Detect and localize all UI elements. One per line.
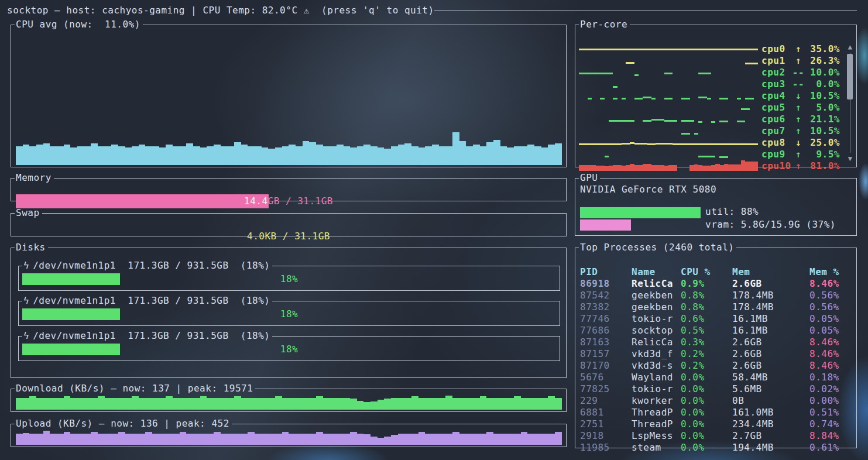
- col-header-mem-pct: Mem %: [809, 266, 853, 278]
- core-label: cpu4↓10.5%: [761, 90, 840, 102]
- scroll-down-icon[interactable]: ▼: [846, 155, 855, 162]
- histogram-bar: [227, 434, 234, 445]
- core-sparkline: [579, 102, 758, 113]
- process-row[interactable]: 77825tokio-r0.0%5.6MB0.02%: [580, 383, 853, 395]
- process-name: Wayland: [632, 372, 681, 383]
- scrollbar-thumb[interactable]: [847, 54, 853, 99]
- histogram-bar: [125, 434, 132, 445]
- core-value: 35.0%: [805, 43, 840, 55]
- process-row[interactable]: 2751ThreadP0.0%234.4MB0.74%: [580, 418, 853, 430]
- histogram-bar: [296, 398, 303, 410]
- core-value: 21.1%: [805, 114, 840, 125]
- histogram-bar: [548, 434, 555, 445]
- process-name: steam: [632, 442, 681, 454]
- histogram-bar: [316, 145, 323, 165]
- process-pid: 5676: [580, 372, 632, 383]
- lightning-icon: ϟ: [23, 260, 33, 271]
- process-pid: 2918: [580, 430, 632, 442]
- spark-point: [741, 121, 745, 122]
- histogram-bar: [262, 147, 269, 165]
- core-label: cpu5↑5.0%: [761, 102, 840, 114]
- scroll-up-icon[interactable]: ▲: [846, 43, 855, 50]
- histogram-bar: [363, 434, 370, 445]
- process-mem-pct: 0.56%: [809, 290, 853, 301]
- process-mem: 234.4MB: [732, 418, 809, 430]
- histogram-bar: [432, 398, 439, 410]
- gpu-util-label: util: 88%: [705, 206, 759, 218]
- process-cpu-pct: 0.0%: [681, 395, 732, 407]
- process-row[interactable]: 229kworker0.0%0B0.00%: [580, 395, 853, 407]
- disk-item-label: /dev/nvme1n1p1 171.3GB / 931.5GB (18%): [33, 260, 270, 271]
- histogram-bar: [166, 145, 173, 165]
- histogram-bar: [323, 398, 330, 410]
- process-name: tokio-r: [632, 313, 681, 325]
- spark-point: [754, 49, 758, 50]
- process-cpu-pct: 0.0%: [681, 418, 732, 430]
- spark-point: [622, 98, 626, 99]
- process-row[interactable]: 5676Wayland0.0%58.4MB0.18%: [580, 372, 853, 383]
- histogram-bar: [227, 146, 234, 165]
- process-name: geekben: [632, 301, 681, 313]
- top-processes-title: Top Processes (2460 total): [579, 242, 736, 253]
- histogram-bar: [500, 434, 507, 445]
- disk-usage-pct: 18%: [18, 308, 560, 320]
- process-row[interactable]: 87382geekben0.8%178.4MB0.56%: [580, 301, 853, 313]
- histogram-bar: [111, 145, 118, 165]
- histogram-bar: [425, 434, 432, 445]
- histogram-bar: [527, 434, 534, 445]
- histogram-bar: [527, 398, 534, 410]
- process-row[interactable]: 11985steam0.0%194.4MB0.61%: [580, 442, 853, 454]
- core-value: 26.3%: [805, 55, 840, 67]
- histogram-bar: [555, 398, 562, 410]
- histogram-bar: [466, 434, 473, 445]
- histogram-bar: [91, 143, 98, 165]
- histogram-bar: [16, 398, 23, 410]
- per-core-scrollbar[interactable]: ▲ ▼: [846, 43, 855, 162]
- process-mem: 178.4MB: [732, 301, 809, 313]
- process-row[interactable]: 77746tokio-r0.6%16.1MB0.05%: [580, 313, 853, 325]
- process-row[interactable]: 87170vkd3d-s0.2%2.6GB8.46%: [580, 360, 853, 372]
- process-row[interactable]: 87163RelicCa0.3%2.6GB8.46%: [580, 337, 853, 348]
- process-cpu-pct: 0.6%: [681, 313, 732, 325]
- histogram-bar: [91, 398, 98, 410]
- histogram-bar: [125, 147, 132, 165]
- histogram-bar: [84, 398, 91, 410]
- process-row[interactable]: 6881ThreadP0.0%161.0MB0.51%: [580, 407, 853, 418]
- process-row[interactable]: 77686socktop0.5%16.1MB0.05%: [580, 325, 853, 337]
- histogram-bar: [70, 147, 77, 165]
- border-segment: [18, 330, 22, 337]
- disk-item-label: /dev/nvme1n1p1 171.3GB / 931.5GB (18%): [33, 295, 270, 306]
- process-row[interactable]: 2918LspMess0.0%2.7GB8.84%: [580, 430, 853, 442]
- core-label: cpu10↑81.0%: [761, 160, 840, 172]
- process-pid: 86918: [580, 278, 632, 290]
- process-mem: 0B: [732, 395, 809, 407]
- process-mem-pct: 8.46%: [809, 337, 853, 348]
- core-name: cpu2: [761, 67, 792, 78]
- core-label: cpu6↑21.1%: [761, 114, 840, 125]
- swap-title: Swap: [15, 207, 42, 219]
- disk-item-top: ϟ/dev/nvme1n1p1 171.3GB / 931.5GB (18%): [18, 330, 560, 342]
- process-row[interactable]: 87542geekben0.8%178.4MB0.56%: [580, 290, 853, 301]
- core-label: cpu0↑35.0%: [761, 43, 840, 55]
- memory-gauge-label: 14.4GB / 31.1GB: [16, 194, 561, 208]
- process-name: geekben: [632, 290, 681, 301]
- histogram-bar: [534, 434, 541, 445]
- process-pid: 77686: [580, 325, 632, 337]
- process-row[interactable]: 87157vkd3d_f0.2%2.6GB8.46%: [580, 348, 853, 360]
- process-cpu-pct: 0.0%: [681, 407, 732, 418]
- process-row[interactable]: 86918RelicCa0.9%2.6GB8.46%: [580, 278, 853, 290]
- histogram-bar: [275, 396, 282, 410]
- histogram-bar: [493, 434, 500, 445]
- histogram-bar: [50, 146, 57, 165]
- histogram-bar: [384, 437, 391, 445]
- histogram-bar: [234, 142, 241, 165]
- histogram-bar: [214, 145, 221, 165]
- per-core-row: cpu9↑9.5%: [579, 149, 843, 160]
- histogram-bar: [186, 398, 193, 410]
- spark-point: [689, 120, 694, 122]
- process-name: RelicCa: [632, 278, 681, 290]
- process-rows: 86918RelicCa0.9%2.6GB8.46%87542geekben0.…: [580, 278, 853, 454]
- histogram-bar: [105, 146, 112, 165]
- histogram-bar: [132, 396, 139, 410]
- process-cpu-pct: 0.8%: [681, 301, 732, 313]
